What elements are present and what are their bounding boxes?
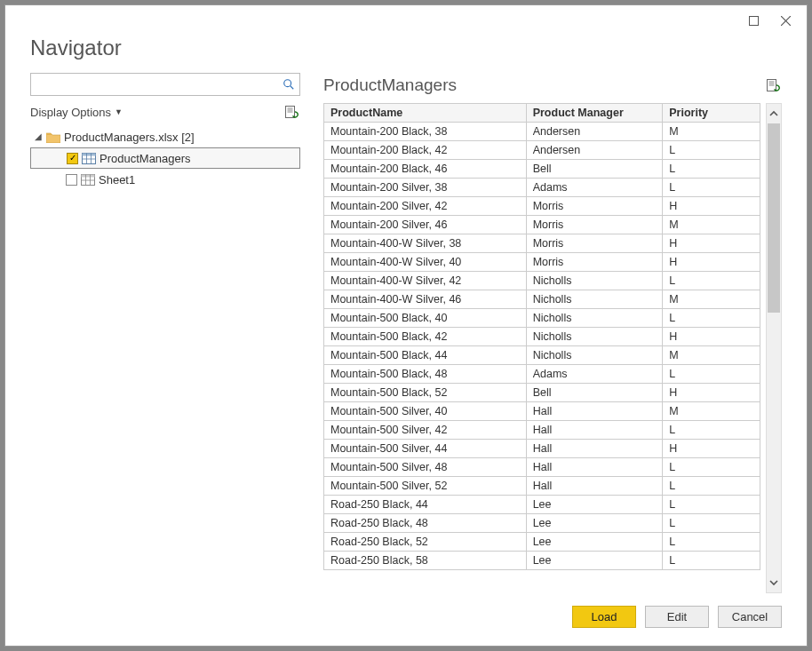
table-cell[interactable]: Nicholls [526, 328, 663, 346]
column-header[interactable]: Priority [663, 104, 760, 123]
table-cell[interactable]: L [663, 477, 760, 496]
table-cell[interactable]: Hall [526, 477, 663, 496]
table-cell[interactable]: Road-250 Black, 52 [324, 533, 527, 552]
table-cell[interactable]: Mountain-200 Silver, 46 [324, 216, 527, 234]
table-cell[interactable]: Mountain-200 Black, 38 [324, 123, 527, 141]
table-row[interactable]: Mountain-200 Black, 38AndersenM [324, 123, 760, 141]
tree-item-productmanagers[interactable]: ✓ ProductManagers [30, 147, 300, 169]
table-row[interactable]: Road-250 Black, 52LeeL [324, 533, 760, 552]
load-button[interactable]: Load [572, 606, 636, 628]
table-row[interactable]: Mountain-400-W Silver, 42NichollsL [324, 272, 760, 290]
table-cell[interactable]: L [663, 272, 760, 290]
scroll-down-button[interactable] [767, 573, 781, 592]
table-cell[interactable]: Mountain-500 Black, 52 [324, 384, 527, 402]
table-cell[interactable]: Mountain-200 Silver, 38 [324, 179, 527, 197]
table-cell[interactable]: L [663, 141, 760, 160]
table-cell[interactable]: Nicholls [526, 309, 663, 328]
column-header[interactable]: ProductName [324, 104, 527, 123]
table-cell[interactable]: L [663, 421, 760, 440]
table-cell[interactable]: Morris [526, 234, 663, 253]
table-row[interactable]: Mountain-500 Silver, 44HallH [324, 440, 760, 458]
table-row[interactable]: Mountain-200 Black, 46BellL [324, 160, 760, 179]
checkbox-checked[interactable]: ✓ [67, 153, 78, 164]
table-cell[interactable]: M [663, 290, 760, 309]
table-cell[interactable]: Mountain-500 Black, 44 [324, 346, 527, 365]
table-cell[interactable]: Hall [526, 421, 663, 440]
table-row[interactable]: Mountain-500 Black, 40NichollsL [324, 309, 760, 328]
table-cell[interactable]: M [663, 123, 760, 141]
table-cell[interactable]: Hall [526, 458, 663, 477]
table-cell[interactable]: Andersen [526, 141, 663, 160]
table-cell[interactable]: Mountain-200 Black, 46 [324, 160, 527, 179]
table-cell[interactable]: M [663, 402, 760, 421]
table-cell[interactable]: Mountain-400-W Silver, 38 [324, 234, 527, 253]
table-cell[interactable]: L [663, 179, 760, 197]
table-cell[interactable]: Morris [526, 197, 663, 216]
table-cell[interactable]: Mountain-200 Silver, 42 [324, 197, 527, 216]
table-row[interactable]: Mountain-500 Silver, 40HallM [324, 402, 760, 421]
table-cell[interactable]: M [663, 216, 760, 234]
table-cell[interactable]: Nicholls [526, 272, 663, 290]
table-cell[interactable]: H [663, 234, 760, 253]
table-cell[interactable]: L [663, 496, 760, 514]
table-row[interactable]: Mountain-500 Black, 52BellH [324, 384, 760, 402]
display-options-dropdown[interactable]: Display Options ▼ [30, 106, 123, 119]
table-cell[interactable]: Mountain-500 Black, 40 [324, 309, 527, 328]
table-row[interactable]: Mountain-400-W Silver, 40MorrisH [324, 253, 760, 272]
table-cell[interactable]: M [663, 346, 760, 365]
table-cell[interactable]: Bell [526, 160, 663, 179]
table-row[interactable]: Mountain-200 Silver, 42MorrisH [324, 197, 760, 216]
cancel-button[interactable]: Cancel [718, 606, 782, 628]
table-row[interactable]: Mountain-500 Silver, 42HallL [324, 421, 760, 440]
table-row[interactable]: Mountain-200 Silver, 46MorrisM [324, 216, 760, 234]
table-cell[interactable]: Mountain-500 Silver, 40 [324, 402, 527, 421]
table-cell[interactable]: Mountain-500 Black, 48 [324, 365, 527, 384]
table-cell[interactable]: Hall [526, 402, 663, 421]
table-cell[interactable]: Hall [526, 440, 663, 458]
search-box[interactable] [30, 73, 300, 96]
table-cell[interactable]: Lee [526, 496, 663, 514]
scrollbar-thumb[interactable] [768, 123, 780, 313]
table-row[interactable]: Mountain-500 Silver, 52HallL [324, 477, 760, 496]
maximize-button[interactable] [737, 8, 769, 33]
table-row[interactable]: Mountain-500 Black, 44NichollsM [324, 346, 760, 365]
twisty-expanded-icon[interactable]: ◢ [34, 131, 43, 141]
table-cell[interactable]: Mountain-400-W Silver, 42 [324, 272, 527, 290]
table-cell[interactable]: L [663, 160, 760, 179]
vertical-scrollbar[interactable] [766, 103, 782, 593]
column-header[interactable]: Product Manager [526, 104, 663, 123]
refresh-button[interactable] [283, 103, 300, 121]
table-row[interactable]: Road-250 Black, 44LeeL [324, 496, 760, 514]
table-cell[interactable]: Andersen [526, 123, 663, 141]
table-row[interactable]: Mountain-500 Silver, 48HallL [324, 458, 760, 477]
table-row[interactable]: Mountain-500 Black, 42NichollsH [324, 328, 760, 346]
checkbox-unchecked[interactable] [66, 174, 77, 186]
table-cell[interactable]: Morris [526, 216, 663, 234]
table-cell[interactable]: Mountain-500 Silver, 44 [324, 440, 527, 458]
scrollbar-track[interactable] [767, 123, 781, 573]
table-cell[interactable]: Mountain-500 Silver, 42 [324, 421, 527, 440]
table-cell[interactable]: Adams [526, 365, 663, 384]
table-cell[interactable]: Lee [526, 514, 663, 533]
table-cell[interactable]: Lee [526, 552, 663, 570]
table-cell[interactable]: Road-250 Black, 58 [324, 552, 527, 570]
search-input[interactable] [31, 78, 278, 91]
table-cell[interactable]: Mountain-400-W Silver, 46 [324, 290, 527, 309]
tree-item-sheet1[interactable]: Sheet1 [30, 169, 300, 190]
search-icon[interactable] [278, 78, 299, 91]
tree-root[interactable]: ◢ ProductManagers.xlsx [2] [30, 126, 300, 147]
table-row[interactable]: Mountain-200 Black, 42AndersenL [324, 141, 760, 160]
close-button[interactable] [769, 8, 801, 33]
table-cell[interactable]: Bell [526, 384, 663, 402]
table-row[interactable]: Mountain-400-W Silver, 38MorrisH [324, 234, 760, 253]
table-row[interactable]: Mountain-500 Black, 48AdamsL [324, 365, 760, 384]
table-row[interactable]: Mountain-400-W Silver, 46NichollsM [324, 290, 760, 309]
table-cell[interactable]: H [663, 384, 760, 402]
table-cell[interactable]: Mountain-500 Silver, 48 [324, 458, 527, 477]
scroll-up-button[interactable] [767, 104, 781, 123]
table-cell[interactable]: Nicholls [526, 290, 663, 309]
table-cell[interactable]: Nicholls [526, 346, 663, 365]
table-cell[interactable]: Morris [526, 253, 663, 272]
table-cell[interactable]: Adams [526, 179, 663, 197]
table-cell[interactable]: Lee [526, 533, 663, 552]
